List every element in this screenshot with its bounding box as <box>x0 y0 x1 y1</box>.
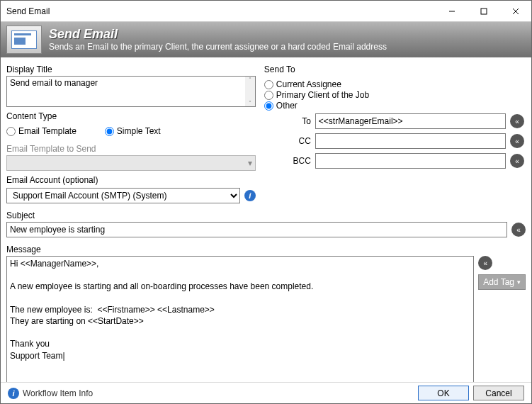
cc-expand-button[interactable]: « <box>510 134 524 148</box>
template-to-send-label: Email Template to Send <box>6 144 256 154</box>
header-banner: Send Email Sends an Email to the primary… <box>1 22 531 57</box>
scrollbar-stub[interactable]: ˄˅ <box>245 77 255 106</box>
banner-title: Send Email <box>49 28 387 42</box>
email-account-select[interactable]: Support Email Account (SMTP) (System) <box>6 188 240 203</box>
radio-current-assignee[interactable] <box>264 80 273 89</box>
subject-label: Subject <box>6 211 526 220</box>
to-input[interactable] <box>315 113 506 129</box>
content-type-group: Email Template Simple Text <box>6 125 256 137</box>
display-title-label: Display Title <box>6 64 256 74</box>
banner-subtitle: Sends an Email to the primary Client, th… <box>49 42 387 52</box>
svg-rect-1 <box>481 9 487 14</box>
workflow-item-info-label: Workflow Item Info <box>23 388 93 398</box>
bcc-input[interactable] <box>315 153 506 169</box>
send-to-label: Send To <box>264 64 526 74</box>
email-icon <box>6 26 42 54</box>
cc-input[interactable] <box>315 133 506 149</box>
minimize-button[interactable] <box>436 1 468 21</box>
display-title-input[interactable]: Send email to manager <box>6 76 256 107</box>
maximize-button[interactable] <box>468 1 499 21</box>
message-label: Message <box>6 245 526 254</box>
workflow-item-info-link[interactable]: i Workflow Item Info <box>8 388 93 399</box>
radio-other-label: Other <box>276 101 298 111</box>
add-tag-label: Add Tag <box>483 277 514 287</box>
radio-simple-text-label: Simple Text <box>117 126 161 136</box>
radio-email-template-label: Email Template <box>18 126 77 136</box>
info-icon: i <box>8 388 19 399</box>
message-expand-button[interactable]: « <box>478 256 492 270</box>
radio-primary-client-label: Primary Client of the Job <box>276 90 369 100</box>
window-titlebar: Send Email <box>1 1 531 22</box>
message-textarea[interactable]: Hi <<ManagerName>>, A new employee is st… <box>6 256 474 383</box>
chevron-down-icon: ▾ <box>248 158 252 168</box>
content-type-label: Content Type <box>6 111 256 121</box>
radio-primary-client[interactable] <box>264 91 273 100</box>
to-expand-button[interactable]: « <box>510 114 524 128</box>
radio-simple-text[interactable] <box>105 127 114 136</box>
ok-button[interactable]: OK <box>418 386 469 400</box>
radio-email-template[interactable] <box>6 127 16 136</box>
subject-input[interactable] <box>6 222 507 237</box>
email-account-label: Email Account (optional) <box>6 175 256 185</box>
add-tag-button[interactable]: Add Tag ▾ <box>478 274 526 290</box>
chevron-down-icon: ▾ <box>517 279 521 286</box>
dialog-footer: i Workflow Item Info OK Cancel <box>1 382 531 403</box>
to-label: To <box>278 116 311 126</box>
cancel-button[interactable]: Cancel <box>473 386 524 400</box>
radio-other[interactable] <box>264 101 273 111</box>
window-title: Send Email <box>6 6 436 16</box>
bcc-label: BCC <box>278 156 311 166</box>
info-icon[interactable]: i <box>244 190 256 201</box>
bcc-expand-button[interactable]: « <box>510 154 524 168</box>
cc-label: CC <box>278 136 311 146</box>
subject-expand-button[interactable]: « <box>511 223 526 237</box>
radio-current-assignee-label: Current Assignee <box>276 79 341 89</box>
template-combo-disabled: ▾ <box>6 155 256 171</box>
close-button[interactable] <box>499 1 531 21</box>
